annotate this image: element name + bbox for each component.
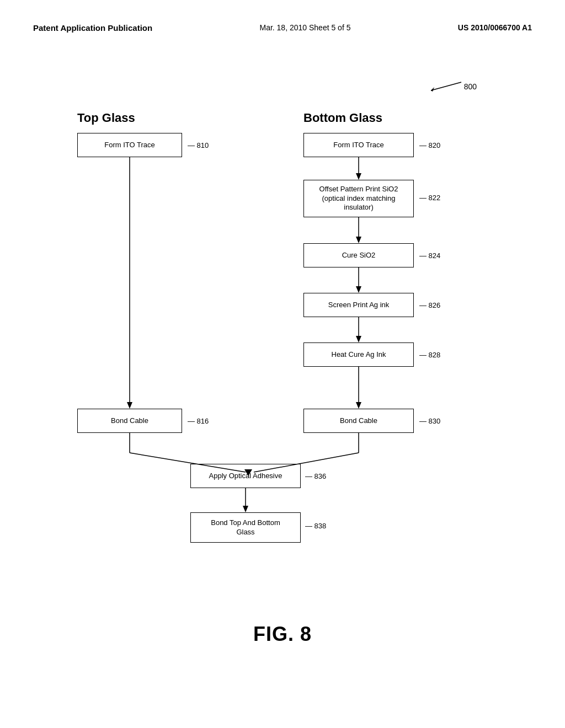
ref-838: — 838 — [305, 522, 326, 530]
diagram-area: 800 Top Glass Bottom Glass Form ITO Trac… — [33, 45, 532, 679]
page-header: Patent Application Publication Mar. 18, … — [33, 22, 532, 34]
ref-826: — 826 — [419, 301, 440, 309]
ref-810: — 810 — [188, 141, 209, 149]
box-830: Bond Cable — [303, 409, 414, 433]
box-836: Apply Optical Adhesive — [190, 464, 301, 488]
svg-marker-3 — [127, 402, 132, 409]
box-820-label: Form ITO Trace — [333, 141, 384, 150]
box-830-label: Bond Cable — [340, 416, 377, 426]
ref-836: — 836 — [305, 472, 326, 480]
ref-816: — 816 — [188, 417, 209, 425]
patent-number-label: US 2010/0066700 A1 — [458, 23, 532, 32]
svg-line-0 — [431, 82, 461, 90]
ref-830: — 830 — [419, 417, 440, 425]
box-820: Form ITO Trace — [303, 133, 414, 157]
ref-822: — 822 — [419, 194, 440, 202]
box-828: Heat Cure Ag Ink — [303, 342, 414, 367]
box-810-label: Form ITO Trace — [104, 141, 155, 150]
box-838: Bond Top And Bottom Glass — [190, 512, 301, 543]
box-824: Cure SiO2 — [303, 243, 414, 267]
page: Patent Application Publication Mar. 18, … — [0, 0, 565, 728]
svg-marker-11 — [356, 336, 361, 342]
ref-824: — 824 — [419, 251, 440, 260]
svg-marker-7 — [356, 237, 361, 243]
box-828-label: Heat Cure Ag Ink — [332, 350, 386, 360]
box-826: Screen Print Ag ink — [303, 293, 414, 317]
svg-marker-13 — [356, 402, 361, 409]
bottom-glass-header: Bottom Glass — [303, 111, 382, 125]
box-816: Bond Cable — [77, 409, 182, 433]
date-sheet-label: Mar. 18, 2010 Sheet 5 of 5 — [259, 23, 350, 32]
box-826-label: Screen Print Ag ink — [328, 301, 390, 310]
svg-marker-9 — [356, 286, 361, 293]
box-824-label: Cure SiO2 — [342, 251, 376, 260]
svg-marker-5 — [356, 173, 361, 180]
fig-label: FIG. 8 — [253, 623, 312, 646]
box-816-label: Bond Cable — [111, 416, 148, 426]
box-838-label: Bond Top And Bottom Glass — [211, 518, 280, 537]
box-822-label: Offset Pattern Print SiO2 (optical index… — [319, 185, 398, 213]
ref-800-label: 800 — [464, 82, 477, 91]
publication-label: Patent Application Publication — [33, 22, 152, 34]
box-810: Form ITO Trace — [77, 133, 182, 157]
top-glass-header: Top Glass — [77, 111, 135, 125]
svg-marker-20 — [243, 506, 248, 512]
box-822: Offset Pattern Print SiO2 (optical index… — [303, 180, 414, 217]
ref-828: — 828 — [419, 351, 440, 359]
ref-820: — 820 — [419, 141, 440, 149]
box-836-label: Apply Optical Adhesive — [209, 472, 282, 481]
